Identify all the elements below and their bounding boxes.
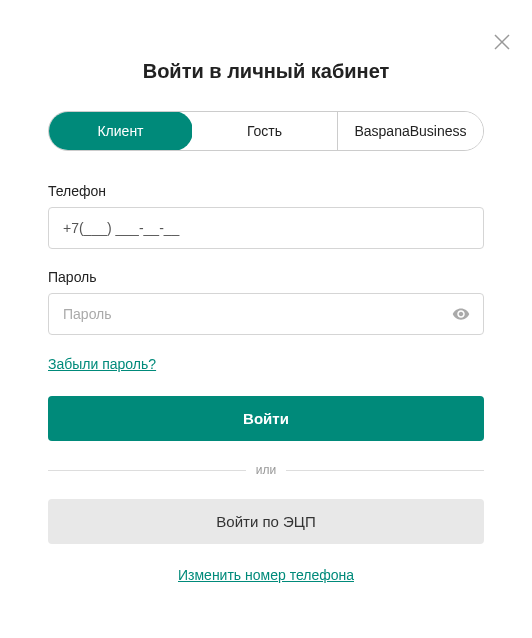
tab-guest[interactable]: Гость	[192, 112, 338, 150]
phone-label: Телефон	[48, 183, 484, 199]
divider-text: или	[256, 463, 276, 477]
login-button[interactable]: Войти	[48, 396, 484, 441]
login-eds-button[interactable]: Войти по ЭЦП	[48, 499, 484, 544]
password-input[interactable]	[48, 293, 484, 335]
change-phone-link[interactable]: Изменить номер телефона	[178, 567, 354, 583]
divider: или	[48, 463, 484, 477]
phone-input-wrap	[48, 207, 484, 249]
tab-client[interactable]: Клиент	[48, 111, 193, 151]
login-form-container: Войти в личный кабинет Клиент Гость Basp…	[0, 0, 532, 614]
divider-line-right	[286, 470, 484, 471]
password-input-wrap	[48, 293, 484, 335]
user-type-tabs: Клиент Гость BaspanaBusiness	[48, 111, 484, 151]
tab-business[interactable]: BaspanaBusiness	[338, 112, 483, 150]
change-phone-wrap: Изменить номер телефона	[48, 566, 484, 584]
page-title: Войти в личный кабинет	[48, 60, 484, 83]
close-button[interactable]	[492, 32, 512, 52]
forgot-password-link[interactable]: Забыли пароль?	[48, 356, 156, 372]
toggle-password-visibility-icon[interactable]	[452, 305, 470, 323]
divider-line-left	[48, 470, 246, 471]
password-label: Пароль	[48, 269, 484, 285]
phone-input[interactable]	[48, 207, 484, 249]
